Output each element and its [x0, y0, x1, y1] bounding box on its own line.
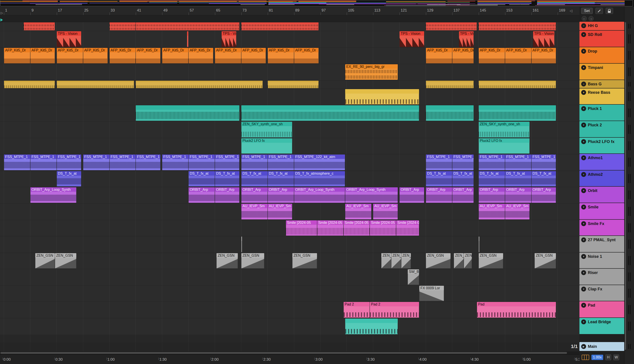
empty-lane-space[interactable] [0, 335, 579, 343]
clip[interactable]: FSS_MTPE_1 [452, 154, 474, 170]
track-header[interactable]: ▼Pluck 2 [579, 121, 624, 138]
clip[interactable]: ZEN_GSN [55, 253, 76, 268]
clip[interactable]: AFP_Kit5_Dr [452, 48, 474, 64]
scrub-area[interactable] [0, 15, 579, 22]
main-track-header[interactable]: ▶ Main [579, 342, 624, 351]
clip[interactable]: AFP_Kit5_Dr [57, 48, 83, 64]
clip[interactable]: FSS_MTPE_122_kit_atm [294, 154, 345, 170]
clip[interactable]: AFP_Kit5_Dr [215, 48, 241, 64]
clip[interactable]: ZEN_SKY_synth_one_sh [479, 122, 529, 138]
arrangement-overview[interactable] [0, 0, 634, 7]
clip[interactable] [479, 22, 556, 30]
clip[interactable] [24, 22, 55, 30]
clip[interactable]: FX 0009 Lor [419, 286, 444, 301]
clip[interactable]: ZEN_GSN [292, 253, 317, 268]
track-fold-icon[interactable]: ▼ [581, 204, 586, 210]
clip[interactable]: ZEN_GSN [217, 253, 238, 268]
clip[interactable]: ORBIT_Arp [505, 187, 531, 203]
clip[interactable]: Smile [2024-05 [286, 220, 317, 236]
clip[interactable]: Pad 2 [344, 302, 370, 318]
clip[interactable]: ZEN_GSN [479, 253, 503, 268]
clip[interactable]: AFP_Kit5_Dr [241, 48, 266, 64]
track-fold-icon[interactable]: ▼ [581, 270, 586, 275]
clip[interactable]: ZEN_GSN [464, 253, 472, 268]
clip[interactable]: TPS - Vision [533, 31, 554, 47]
clip[interactable]: AFP_Kit5_Dr [426, 48, 452, 64]
clip[interactable] [187, 31, 188, 47]
track-lane[interactable]: TPS - VisionTPS - VisionTPS - VisionTPS … [0, 31, 579, 48]
clip[interactable]: AFP_Kit5_Dr [31, 48, 55, 64]
track-fold-icon[interactable]: ▼ [581, 287, 586, 292]
track-lane[interactable]: AFP_Kit5_DrAFP_Kit5_DrAFP_Kit5_DrAFP_Kit… [0, 48, 579, 64]
clip[interactable] [268, 81, 319, 88]
clip[interactable]: DS_T_fx_at [268, 171, 294, 186]
track-lane[interactable]: FX 0009 Lor [0, 286, 579, 302]
clip[interactable]: DS_T_fx_at [57, 171, 81, 186]
clip[interactable] [136, 105, 239, 121]
clip[interactable] [479, 236, 479, 252]
track-lane[interactable]: SW_B [0, 269, 579, 286]
clip[interactable]: DS_T_fx_at [505, 171, 531, 186]
set-button[interactable]: Set [581, 8, 593, 14]
group-track-icon[interactable]: ≡ [581, 23, 586, 28]
clip[interactable]: TPS - Vision [459, 31, 474, 47]
bar-ruler[interactable]: ▷ ◁ 191725334149576573818997105113121129… [0, 7, 579, 15]
clip[interactable]: DS_T_fx_at [215, 171, 239, 186]
clip[interactable]: AFP_Kit5_Dr [479, 48, 505, 64]
pencil-button[interactable] [595, 8, 603, 14]
clip[interactable]: ZEN_GSN [391, 253, 401, 268]
clip[interactable]: FSS_MTPE_1 [162, 154, 188, 170]
track-lane[interactable] [0, 105, 579, 122]
group-track-icon[interactable]: ≡ [581, 82, 586, 86]
track-header[interactable]: ▼Orbit [579, 187, 624, 203]
clip[interactable] [110, 22, 136, 30]
clip[interactable] [241, 105, 419, 121]
width-zoom-button[interactable]: W [613, 354, 619, 360]
track-fold-icon[interactable]: ▼ [581, 320, 586, 324]
clip[interactable]: ZEN_SKY_synth_one_sh [241, 122, 292, 138]
track-fold-icon[interactable]: ▼ [581, 172, 586, 177]
track-lane[interactable] [0, 22, 579, 31]
track-lane[interactable]: ZEN_GSNZEN_GSNZEN_GSNZEN_GSNZEN_GSNZEN_G… [0, 253, 579, 269]
clip[interactable]: ZEN_GSN [241, 253, 264, 268]
track-lane[interactable]: EX_RE_90_perc_big_gr [0, 64, 579, 80]
clip[interactable] [345, 89, 419, 104]
clip[interactable]: TPS - Vision [57, 31, 81, 47]
playback-speed-value[interactable]: 1.00x [591, 355, 603, 360]
clip[interactable]: DS_T_fx_at [531, 171, 556, 186]
clip[interactable]: FSS_MTPE_1 [531, 154, 556, 170]
clip[interactable]: Smile [2024-05 [317, 220, 343, 236]
time-ruler[interactable]: 0:000:301:001:302:002:303:003:304:004:30… [0, 355, 579, 364]
back-button[interactable]: ← [582, 16, 587, 21]
lock-button[interactable] [605, 8, 613, 14]
track-lane[interactable]: FSS_MTPE_1FSS_MTPE_1FSS_MTPE_1FSS_MTPE_1… [0, 154, 579, 171]
clip[interactable] [136, 81, 262, 88]
track-lane[interactable]: DS_T_fx_atDS_T_fx_atDS_T_fx_atDS_T_fx_at… [0, 171, 579, 187]
height-zoom-button[interactable]: H [605, 354, 611, 360]
clip[interactable]: ZEN_GSN [35, 253, 55, 268]
track-header[interactable]: ▼Pluck2 LFO fx [579, 138, 624, 154]
clip[interactable] [4, 81, 55, 88]
main-track-lane[interactable]: 1/1 [0, 343, 579, 352]
clip[interactable]: AFP_Kit5_Dr [4, 48, 30, 64]
clip[interactable]: FSS_MTPE_1 [110, 154, 136, 170]
track-fold-icon[interactable]: ▼ [581, 65, 586, 70]
clip[interactable]: Pad 2 [370, 302, 419, 318]
track-header[interactable]: ▼Pluck 1 [579, 105, 624, 121]
clip[interactable]: FSS_MTPE_1 [4, 154, 30, 170]
clip[interactable]: Smile [2024-05 [370, 220, 396, 236]
horizontal-scrollbar-thumb[interactable] [1, 352, 567, 354]
clip[interactable]: ORBIT_Arp [268, 187, 294, 203]
clip[interactable]: DS_T_fx_atmosphere_c [294, 171, 345, 186]
track-lane[interactable] [0, 318, 579, 335]
clip[interactable]: EX_RE_90_perc_big_gr [345, 64, 398, 80]
clip[interactable]: ZEN_GSN [426, 253, 450, 268]
track-fold-icon[interactable]: ▼ [581, 32, 586, 37]
clip[interactable] [345, 318, 398, 334]
track-lane[interactable]: AU_IEVP_SmAU_IEVP_SmAU_IEVP_SmAU_IEVP_Sm… [0, 204, 579, 220]
track-lane[interactable] [0, 80, 579, 89]
clip[interactable] [136, 22, 239, 30]
clip[interactable]: AFP_Kit5_Dr [136, 48, 160, 64]
clip[interactable] [57, 81, 134, 88]
clip[interactable]: Smile [2024-05 [344, 220, 370, 236]
